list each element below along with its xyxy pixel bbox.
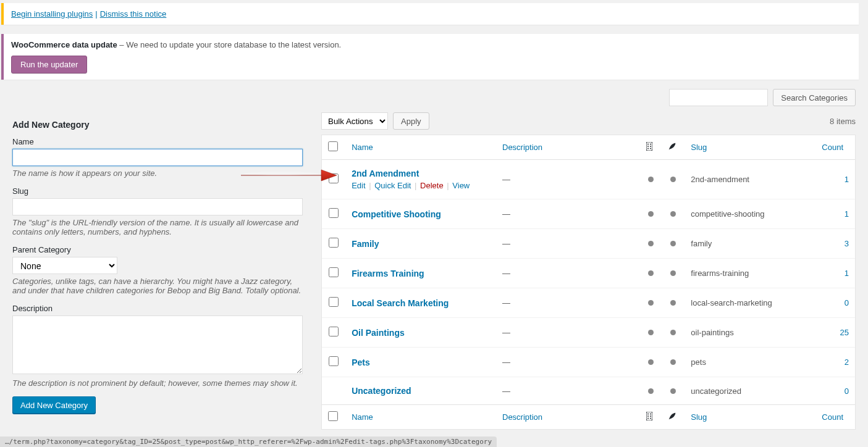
- add-new-heading: Add New Category: [12, 120, 303, 130]
- row-checkbox[interactable]: [329, 238, 339, 248]
- woo-notice: WooCommerce data update – We need to upd…: [1, 34, 859, 80]
- svg-point-11: [650, 416, 651, 417]
- status-dot-2: [661, 288, 685, 318]
- quick-edit-link[interactable]: Quick Edit: [374, 181, 411, 190]
- status-dot-2: [661, 318, 685, 348]
- categories-table: Name Description Slug Count 2nd Amendmen…: [321, 135, 856, 430]
- status-dot-1: [640, 199, 661, 229]
- category-name-link[interactable]: 2nd Amendment: [352, 169, 419, 178]
- status-dot-2: [661, 229, 685, 259]
- view-link[interactable]: View: [452, 181, 470, 190]
- category-name-link[interactable]: Family: [352, 239, 379, 249]
- row-checkbox[interactable]: [329, 173, 339, 183]
- status-dot-2: [661, 377, 685, 404]
- table-row: Local Search Marketing—local-search-mark…: [322, 288, 855, 318]
- count-link[interactable]: 25: [840, 328, 849, 337]
- status-dot-2: [661, 348, 685, 377]
- run-updater-button[interactable]: Run the updater: [11, 56, 87, 73]
- count-link[interactable]: 0: [845, 298, 849, 307]
- slug-cell: local-search-marketing: [685, 288, 815, 318]
- col-name-header[interactable]: Name: [352, 143, 373, 152]
- bulk-actions-select[interactable]: Bulk Actions: [321, 112, 388, 130]
- table-row: 2nd AmendmentEdit | Quick Edit | Delete …: [322, 160, 855, 199]
- status-dot-1: [640, 259, 661, 288]
- svg-point-6: [650, 148, 651, 149]
- status-dot-2: [661, 199, 685, 229]
- slug-cell: pets: [685, 348, 815, 377]
- row-checkbox[interactable]: [329, 208, 339, 218]
- description-cell: —: [496, 199, 640, 229]
- woo-notice-text: – We need to update your store database …: [117, 40, 342, 49]
- category-name-link[interactable]: Oil Paintings: [352, 328, 405, 338]
- table-row: Uncategorized—uncategorized0: [322, 377, 855, 404]
- status-dot-1: [640, 318, 661, 348]
- select-all-checkbox[interactable]: [328, 141, 338, 151]
- col-count-footer[interactable]: Count: [822, 412, 843, 422]
- svg-point-10: [647, 416, 649, 417]
- parent-desc: Categories, unlike tags, can have a hier…: [12, 277, 303, 295]
- description-cell: —: [496, 318, 640, 348]
- apply-button[interactable]: Apply: [393, 112, 429, 130]
- delete-link[interactable]: Delete: [420, 181, 444, 190]
- description-label: Description: [12, 304, 303, 313]
- count-link[interactable]: 1: [845, 175, 849, 184]
- plugins-notice: Begin installing plugins|Dismiss this no…: [1, 3, 859, 25]
- feather-icon: [667, 144, 677, 153]
- row-checkbox[interactable]: [329, 327, 339, 336]
- status-dot-1: [640, 348, 661, 377]
- search-categories-button[interactable]: Search Categories: [773, 89, 856, 106]
- description-textarea[interactable]: [12, 315, 303, 374]
- count-link[interactable]: 3: [845, 239, 849, 248]
- svg-point-5: [647, 148, 649, 149]
- col-description-header[interactable]: Description: [502, 143, 542, 152]
- description-cell: —: [496, 259, 640, 288]
- icon-column-dots: [646, 142, 654, 152]
- count-link[interactable]: 1: [845, 269, 849, 278]
- parent-select[interactable]: None: [12, 257, 117, 274]
- slug-input[interactable]: [12, 198, 303, 215]
- svg-point-2: [650, 144, 651, 145]
- dismiss-notice-link[interactable]: Dismiss this notice: [100, 9, 167, 19]
- col-description-footer[interactable]: Description: [502, 412, 542, 422]
- col-name-footer[interactable]: Name: [352, 412, 373, 422]
- edit-link[interactable]: Edit: [352, 181, 365, 190]
- row-checkbox[interactable]: [329, 267, 339, 277]
- search-input[interactable]: [669, 89, 768, 106]
- table-row: Family—family3: [322, 229, 855, 259]
- category-name-link[interactable]: Local Search Marketing: [352, 298, 449, 308]
- items-count: 8 items: [830, 117, 856, 126]
- col-slug-header[interactable]: Slug: [691, 143, 707, 152]
- category-name-link[interactable]: Competitive Shooting: [352, 209, 441, 219]
- count-link[interactable]: 2: [845, 357, 849, 367]
- slug-cell: family: [685, 229, 815, 259]
- slug-desc: The "slug" is the URL-friendly version o…: [12, 218, 303, 236]
- select-all-checkbox-bottom[interactable]: [328, 411, 338, 421]
- count-link[interactable]: 1: [845, 209, 849, 219]
- name-input[interactable]: [12, 149, 303, 166]
- col-count-header[interactable]: Count: [822, 143, 843, 152]
- row-checkbox[interactable]: [329, 356, 339, 366]
- slug-cell: firearms-training: [685, 259, 815, 288]
- slug-cell: competitive-shooting: [685, 199, 815, 229]
- category-name-link[interactable]: Uncategorized: [352, 386, 411, 396]
- count-link[interactable]: 0: [845, 386, 849, 396]
- slug-cell: oil-paintings: [685, 318, 815, 348]
- status-dot-1: [640, 229, 661, 259]
- category-name-link[interactable]: Pets: [352, 357, 370, 367]
- slug-cell: 2nd-amendment: [685, 160, 815, 199]
- add-category-button[interactable]: Add New Category: [12, 396, 96, 414]
- description-desc: The description is not prominent by defa…: [12, 378, 303, 388]
- svg-rect-0: [646, 142, 652, 151]
- parent-label: Parent Category: [12, 245, 303, 254]
- begin-install-link[interactable]: Begin installing plugins: [11, 9, 93, 19]
- svg-point-3: [647, 146, 649, 147]
- row-actions: Edit | Quick Edit | Delete | View: [352, 181, 490, 190]
- row-checkbox[interactable]: [329, 297, 339, 307]
- name-label: Name: [12, 137, 303, 146]
- table-row: Competitive Shooting—competitive-shootin…: [322, 199, 855, 229]
- category-name-link[interactable]: Firearms Training: [352, 269, 424, 278]
- col-slug-footer[interactable]: Slug: [691, 412, 707, 422]
- description-cell: —: [496, 288, 640, 318]
- status-bar-url: …/term.php?taxonomy=category&tag_ID=25&p…: [0, 437, 497, 442]
- description-cell: —: [496, 348, 640, 377]
